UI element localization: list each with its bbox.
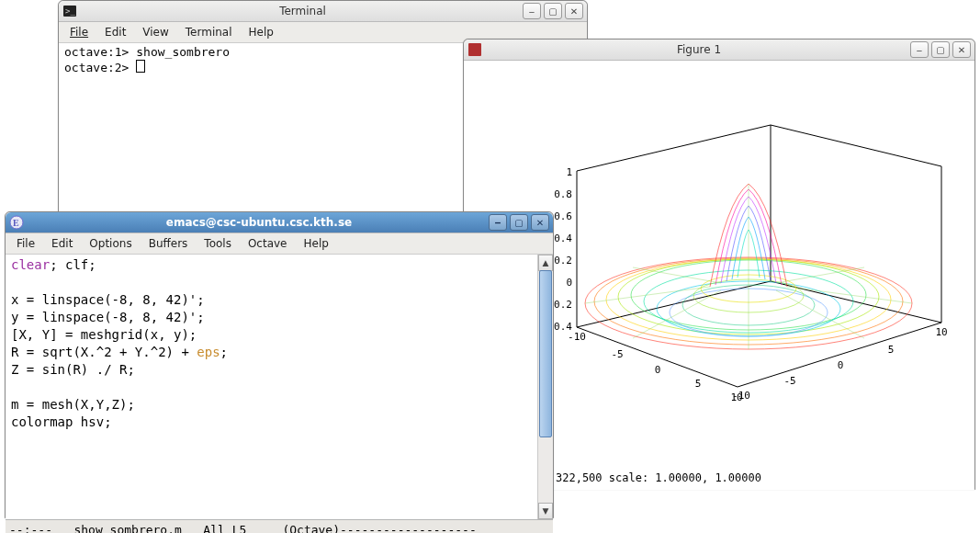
minimize-button[interactable]: ‒ (523, 3, 541, 19)
editor-area[interactable]: clear; clf; x = linspace(-8, 8, 42)'; y … (6, 255, 537, 519)
command-1: show_sombrero (129, 45, 230, 59)
emacs-titlebar[interactable]: E emacs@csc-ubuntu.csc.kth.se ‒ ▢ ✕ (6, 212, 553, 233)
svg-text:0: 0 (838, 359, 844, 371)
menu-edit[interactable]: Edit (97, 24, 133, 40)
svg-text:0: 0 (655, 364, 661, 376)
menu-file[interactable]: File (62, 24, 96, 40)
cursor-icon (136, 60, 145, 73)
menu-tools[interactable]: Tools (197, 235, 239, 252)
svg-line-4 (771, 125, 941, 166)
emacs-title: emacs@csc-ubuntu.csc.kth.se (29, 216, 489, 229)
code-line: [X, Y] = meshgrid(x, y); (11, 327, 197, 342)
minimize-button[interactable]: ‒ (489, 214, 507, 231)
svg-text:5: 5 (695, 378, 702, 390)
svg-text:-10: -10 (568, 331, 586, 343)
code-line: colormap hsv; (11, 414, 112, 429)
close-button[interactable]: ✕ (565, 3, 583, 19)
svg-text:-5: -5 (611, 348, 623, 360)
svg-text:-5: -5 (783, 375, 795, 387)
svg-rect-2 (468, 43, 481, 56)
svg-text:0.2: 0.2 (554, 255, 572, 266)
menu-buffers[interactable]: Buffers (141, 235, 196, 252)
svg-text:0.6: 0.6 (554, 210, 572, 222)
svg-line-46 (633, 290, 721, 338)
svg-text:5: 5 (888, 344, 895, 356)
svg-line-45 (776, 267, 864, 283)
terminal-titlebar[interactable]: >_ Terminal ‒ ▢ ✕ (59, 1, 587, 22)
modeline: --:--- show_sombrero.m All L5 (Octave)--… (6, 519, 553, 533)
code-line: R = sqrt(X.^2 + Y.^2) + (11, 345, 197, 359)
svg-text:-10: -10 (732, 390, 750, 402)
menu-help[interactable]: Help (242, 24, 281, 40)
terminal-title: Terminal (83, 5, 523, 17)
keyword-clear: clear (11, 257, 50, 272)
menu-terminal[interactable]: Terminal (178, 24, 240, 40)
gnuplot-icon (467, 42, 482, 57)
figure-title: Figure 1 (488, 43, 910, 56)
menu-octave[interactable]: Octave (241, 235, 295, 252)
code-line: Z = sin(R) ./ R; (11, 362, 135, 377)
svg-text:0.8: 0.8 (554, 188, 572, 200)
figure-titlebar[interactable]: Figure 1 ‒ ▢ ✕ (464, 40, 974, 61)
svg-line-47 (776, 290, 864, 338)
code-line: x = linspace(-8, 8, 42)'; (11, 292, 205, 307)
minimize-button[interactable]: ‒ (910, 41, 929, 58)
scroll-thumb[interactable] (539, 270, 552, 437)
svg-text:1: 1 (566, 166, 572, 178)
scroll-down-icon[interactable]: ▼ (538, 503, 553, 519)
svg-text:E: E (13, 218, 19, 228)
code-line: y = linspace(-8, 8, 42)'; (11, 310, 205, 324)
menu-options[interactable]: Options (82, 235, 139, 252)
svg-text:0.4: 0.4 (554, 232, 572, 244)
emacs-menubar: File Edit Options Buffers Tools Octave H… (6, 233, 553, 255)
menu-help[interactable]: Help (297, 235, 336, 252)
svg-line-3 (577, 125, 771, 171)
scroll-up-icon[interactable]: ▲ (538, 255, 553, 271)
svg-line-44 (633, 267, 721, 283)
scrollbar[interactable]: ▲ ▼ (537, 255, 553, 519)
maximize-button[interactable]: ▢ (510, 214, 528, 231)
menu-edit[interactable]: Edit (44, 235, 80, 252)
maximize-button[interactable]: ▢ (544, 3, 562, 19)
keyword-eps: eps (197, 345, 220, 359)
emacs-icon: E (9, 215, 24, 230)
terminal-icon: >_ (62, 4, 77, 18)
svg-text:10: 10 (935, 326, 947, 338)
svg-text:0: 0 (566, 277, 572, 289)
emacs-window: E emacs@csc-ubuntu.csc.kth.se ‒ ▢ ✕ File… (5, 211, 554, 518)
modeline-text: --:--- show_sombrero.m All L5 (Octave)--… (9, 523, 477, 534)
close-button[interactable]: ✕ (531, 214, 549, 231)
code-line: m = mesh(X,Y,Z); (11, 397, 135, 412)
svg-text:>_: >_ (65, 6, 75, 16)
maximize-button[interactable]: ▢ (931, 41, 950, 58)
prompt-1: octave:1> (64, 45, 129, 59)
figure-status: 322,500 scale: 1.00000, 1.00000 (556, 471, 761, 484)
menu-view[interactable]: View (135, 24, 175, 40)
close-button[interactable]: ✕ (952, 41, 971, 58)
prompt-2: octave:2> (64, 61, 129, 74)
menu-file[interactable]: File (9, 235, 42, 252)
